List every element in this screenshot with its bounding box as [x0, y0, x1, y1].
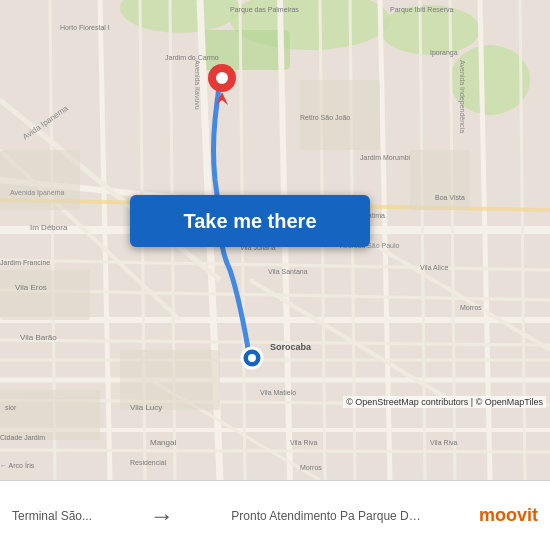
svg-text:Morros: Morros — [300, 464, 322, 471]
svg-rect-42 — [410, 150, 470, 210]
svg-text:Retiro São João: Retiro São João — [300, 114, 350, 121]
svg-text:Im Débora: Im Débora — [30, 223, 68, 232]
svg-text:Avenida Itavuvu: Avenida Itavuvu — [194, 60, 201, 110]
svg-text:Jardim Morumbi: Jardim Morumbi — [360, 154, 411, 161]
svg-text:Morros: Morros — [460, 304, 482, 311]
svg-rect-5 — [200, 30, 290, 70]
svg-rect-39 — [0, 390, 100, 440]
moovit-logo-text: moovit — [479, 505, 538, 526]
svg-point-80 — [248, 354, 256, 362]
route-arrow: → — [150, 502, 174, 530]
bottom-bar: Terminal São... → Pronto Atendimento Pa … — [0, 480, 550, 550]
svg-text:Residencial: Residencial — [130, 459, 167, 466]
svg-text:Vila Santana: Vila Santana — [268, 268, 308, 275]
svg-text:Parque Ibiti Reserva: Parque Ibiti Reserva — [390, 6, 454, 14]
take-me-there-label: Take me there — [183, 210, 316, 233]
svg-rect-40 — [120, 350, 220, 410]
svg-rect-38 — [0, 270, 90, 320]
svg-text:Vila Riva: Vila Riva — [430, 439, 458, 446]
svg-text:Jardim Francine: Jardim Francine — [0, 259, 50, 266]
take-me-there-button[interactable]: Take me there — [130, 195, 370, 247]
map-container: Avida Ipanema Avenida Ipanema Avenida It… — [0, 0, 550, 480]
route-from: Terminal São... — [12, 509, 92, 523]
osm-credit: © OpenStreetMap contributors | © OpenMap… — [343, 396, 546, 408]
svg-text:← Arco Íris: ← Arco Íris — [0, 461, 35, 469]
svg-rect-37 — [0, 150, 80, 210]
svg-line-26 — [0, 450, 550, 452]
svg-text:sior: sior — [5, 404, 17, 411]
svg-text:Boa Vista: Boa Vista — [435, 194, 465, 201]
svg-text:Avenida Independência: Avenida Independência — [458, 60, 466, 133]
svg-text:Vila Eros: Vila Eros — [15, 283, 47, 292]
svg-point-78 — [216, 72, 228, 84]
svg-text:Vila Matielo: Vila Matielo — [260, 389, 296, 396]
route-from-label: Terminal São... — [12, 509, 92, 523]
svg-text:Vila Riva: Vila Riva — [290, 439, 318, 446]
svg-text:Horto Florestal I: Horto Florestal I — [60, 24, 110, 31]
svg-text:Vila Lucy: Vila Lucy — [130, 403, 162, 412]
svg-text:Sorocaba: Sorocaba — [270, 342, 312, 352]
svg-text:Vila Barão: Vila Barão — [20, 333, 57, 342]
svg-text:Cidade Jardim: Cidade Jardim — [0, 434, 45, 441]
route-to: Pronto Atendimento Pa Parque Da... — [231, 509, 421, 523]
svg-text:Vila Alice: Vila Alice — [420, 264, 448, 271]
moovit-logo: moovit — [479, 505, 538, 526]
svg-text:Jardim do Carmo: Jardim do Carmo — [165, 54, 219, 61]
svg-text:Mangal: Mangal — [150, 438, 176, 447]
svg-text:Avenida Ipanema: Avenida Ipanema — [10, 189, 64, 197]
svg-text:Iporanga: Iporanga — [430, 49, 458, 57]
route-to-label: Pronto Atendimento Pa Parque Da... — [231, 509, 421, 523]
svg-text:Parque das Palmeiras: Parque das Palmeiras — [230, 6, 299, 14]
